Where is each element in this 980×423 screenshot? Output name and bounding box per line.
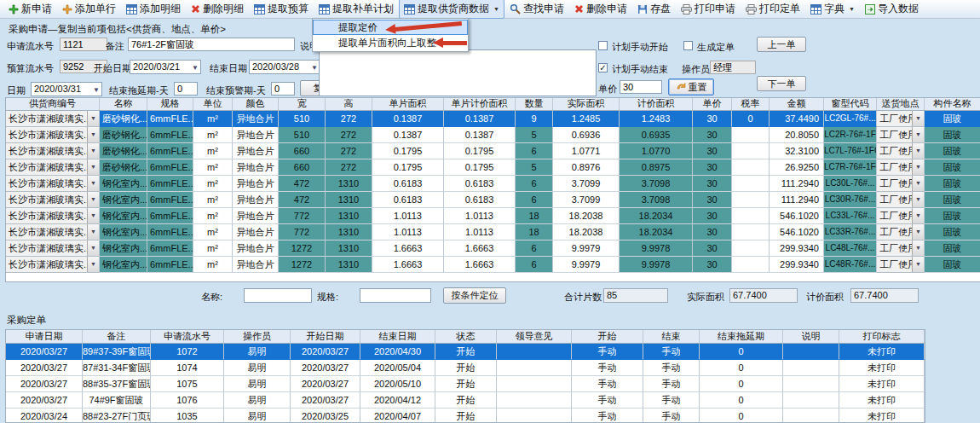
cell[interactable]: 1076	[151, 392, 224, 409]
date-combo[interactable]: 2020/03/31▼	[31, 82, 102, 96]
cell[interactable]: 1075	[151, 376, 224, 392]
cell[interactable]: m²	[193, 257, 233, 273]
detail-table-row[interactable]: 长沙市潇湘玻璃实...▼钢化室内...6mmFLE...m²异地合片772131…	[6, 224, 980, 240]
cell[interactable]: 5	[516, 159, 553, 176]
note-textarea[interactable]	[319, 49, 597, 96]
cell[interactable]: 1035	[151, 409, 224, 423]
cell[interactable]: 未打印	[839, 376, 925, 392]
detail-table-row[interactable]: 长沙市潇湘玻璃实...▼钢化室内...6mmFLE...m²异地合片127213…	[6, 240, 980, 257]
cell[interactable]: 3.7098	[620, 192, 693, 208]
cell[interactable]: 固玻	[925, 192, 980, 208]
supplier-combo-cell[interactable]: 长沙市潇湘玻璃实...▼	[6, 257, 100, 273]
cell[interactable]: 固玻	[925, 208, 980, 224]
plan-manual-end-checkbox[interactable]: ✓	[598, 63, 608, 72]
cell[interactable]: 2020/04/07	[360, 409, 435, 423]
cell[interactable]: 9.9979	[553, 257, 620, 273]
cell[interactable]: 6mmFLE...	[147, 257, 193, 273]
cell[interactable]	[732, 257, 770, 273]
order-table-row[interactable]: 2020/03/2788#35-37F窗固玻1075易明2020/03/2720…	[6, 376, 925, 392]
cell[interactable]: 0	[700, 392, 783, 409]
cell[interactable]: 0.6935	[620, 127, 693, 143]
cell[interactable]: 6	[516, 176, 553, 192]
chevron-down-icon[interactable]: ▼	[87, 192, 99, 207]
cell[interactable]	[783, 360, 839, 376]
cell[interactable]: 772	[279, 208, 326, 224]
cell[interactable]: m²	[193, 143, 233, 159]
cell[interactable]	[497, 344, 572, 360]
cell[interactable]: 20.8050	[770, 127, 824, 143]
cell[interactable]	[732, 240, 770, 257]
cell[interactable]: 6mmFLE...	[147, 143, 193, 159]
chevron-down-icon[interactable]: ▼	[912, 143, 924, 159]
delivery-combo-cell[interactable]: 工厂使用▼	[877, 143, 925, 159]
cell[interactable]: 0.1387	[372, 111, 444, 127]
cell[interactable]: 18.2038	[553, 224, 620, 240]
cell[interactable]: 1.0771	[553, 143, 620, 159]
detail-table-row[interactable]: 长沙市潇湘玻璃实...▼磨砂钢化...6mmFLE...m²异地合片660272…	[6, 159, 980, 176]
cell[interactable]: LC48L-76#...	[824, 240, 877, 257]
cell[interactable]: 6mmFLE...	[147, 192, 193, 208]
cell[interactable]	[732, 159, 770, 176]
cell[interactable]: 1272	[279, 240, 326, 257]
detail-table-row[interactable]: 长沙市潇湘玻璃实...▼磨砂钢化...6mmFLE...m²异地合片660272…	[6, 143, 980, 159]
cell[interactable]	[497, 376, 572, 392]
cell[interactable]: 2020/04/30	[360, 344, 435, 360]
supplier-combo-cell[interactable]: 长沙市潇湘玻璃实...▼	[6, 127, 100, 143]
toolbar-item-add-detail[interactable]: 添加明细	[121, 0, 186, 19]
cell[interactable]: 30	[693, 208, 732, 224]
cell[interactable]: 手动	[643, 392, 700, 409]
cell[interactable]: 299.9340	[770, 257, 824, 273]
cell[interactable]: 手动	[643, 360, 700, 376]
cell[interactable]: 异地合片	[233, 143, 279, 159]
cell[interactable]: 手动	[643, 376, 700, 392]
cell[interactable]: 5	[516, 127, 553, 143]
cell[interactable]: 9.9978	[620, 257, 693, 273]
cell[interactable]: 固玻	[925, 257, 980, 273]
cell[interactable]: 74#9F窗固玻	[83, 392, 151, 409]
chevron-down-icon[interactable]: ▼	[912, 159, 924, 175]
cell[interactable]: 0.6936	[553, 127, 620, 143]
cell[interactable]: 18	[516, 224, 553, 240]
detail-table-row[interactable]: 长沙市潇湘玻璃实...▼钢化室内...6mmFLE...m²异地合片772131…	[6, 208, 980, 224]
cell[interactable]: 0.6183	[372, 192, 444, 208]
cell[interactable]: 6	[516, 240, 553, 257]
cell[interactable]: 易明	[224, 409, 291, 423]
cell[interactable]: LC2GL-76#...	[824, 111, 877, 127]
cell[interactable]: 510	[279, 111, 326, 127]
cell[interactable]: 1310	[326, 240, 372, 257]
chevron-down-icon[interactable]: ▼	[87, 143, 99, 159]
toolbar-item-print-order[interactable]: 打印定单	[741, 0, 805, 19]
cell[interactable]: 异地合片	[233, 127, 279, 143]
cell[interactable]: 1310	[326, 208, 372, 224]
cell[interactable]: 手动	[572, 409, 643, 423]
locate-button[interactable]: 按条件定位	[443, 287, 506, 304]
cell[interactable]: 异地合片	[233, 224, 279, 240]
supplier-combo-cell[interactable]: 长沙市潇湘玻璃实...▼	[6, 208, 100, 224]
toolbar-item-save[interactable]: 存盘	[632, 0, 676, 19]
cell[interactable]: 0.1795	[444, 143, 516, 159]
cell[interactable]	[783, 344, 839, 360]
supplier-combo-cell[interactable]: 长沙市潇湘玻璃实...▼	[6, 192, 100, 208]
cell[interactable]: 9.9978	[620, 240, 693, 257]
cell[interactable]: 手动	[572, 376, 643, 392]
cell[interactable]: 1.6663	[444, 257, 516, 273]
cell[interactable]: 32.3100	[770, 143, 824, 159]
chevron-down-icon[interactable]: ▼	[87, 127, 99, 142]
cell[interactable]: 0.6183	[372, 176, 444, 192]
chevron-down-icon[interactable]: ▼	[912, 240, 924, 256]
cell[interactable]: 1.0113	[444, 208, 516, 224]
cell[interactable]: LC30L-76#...	[824, 176, 877, 192]
cell[interactable]: 272	[326, 143, 372, 159]
cell[interactable]: m²	[193, 159, 233, 176]
cell[interactable]: 异地合片	[233, 257, 279, 273]
cell[interactable]: 272	[326, 127, 372, 143]
supplier-combo-cell[interactable]: 长沙市潇湘玻璃实...▼	[6, 240, 100, 257]
cell[interactable]: 0.8975	[620, 159, 693, 176]
cell[interactable]: 546.1020	[770, 208, 824, 224]
cell[interactable]: 1310	[326, 224, 372, 240]
chevron-down-icon[interactable]: ▼	[912, 208, 924, 223]
cell[interactable]: 30	[693, 127, 732, 143]
cell[interactable]: m²	[193, 127, 233, 143]
cell[interactable]: 6	[516, 257, 553, 273]
cell[interactable]: LC48R-76#...	[824, 257, 877, 273]
